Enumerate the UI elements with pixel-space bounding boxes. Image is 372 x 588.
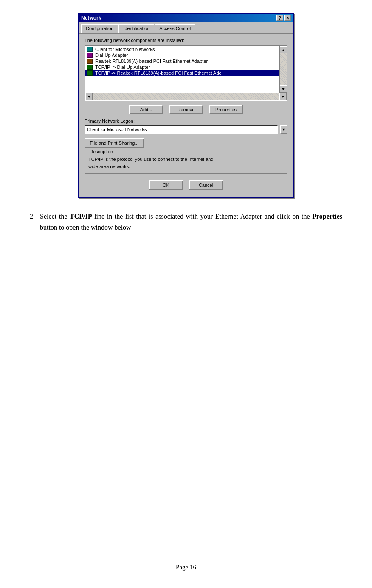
instruction-text: Select the TCP/IP line in the list that … <box>40 211 342 233</box>
installed-label: The following network components are ins… <box>85 38 287 43</box>
components-listbox[interactable]: Client for Microsoft Networks Dial-Up Ad… <box>85 45 287 101</box>
close-button[interactable]: ✕ <box>284 15 291 21</box>
scroll-track[interactable] <box>280 53 287 85</box>
realtek-icon <box>87 59 93 64</box>
cancel-button[interactable]: Cancel <box>189 180 223 190</box>
scroll-right-arrow[interactable]: ► <box>279 93 287 100</box>
file-sharing-button[interactable]: File and Print Sharing... <box>85 138 144 148</box>
document-body: 2. Select the TCP/IP line in the list th… <box>25 211 347 238</box>
list-item[interactable]: TCP/IP -> Dial-Up Adapter <box>85 64 279 70</box>
list-item[interactable]: Dial-Up Adapter <box>85 52 279 58</box>
logon-dropdown-row: Client for Microsoft Networks ▼ <box>85 125 287 134</box>
page-footer: - Page 16 - <box>25 547 347 571</box>
footer-text: - Page 16 - <box>172 564 200 571</box>
tab-access-control[interactable]: Access Control <box>155 24 195 33</box>
vertical-scrollbar[interactable]: ▲ ▼ <box>279 46 287 93</box>
logon-value: Client for Microsoft Networks <box>87 127 147 132</box>
dialup-icon <box>87 53 93 58</box>
list-item-label: Client for Microsoft Networks <box>95 47 155 52</box>
list-item-selected[interactable]: TCP/IP -> Realtek RTL8139(A)-based PCI F… <box>85 70 279 76</box>
list-item[interactable]: Realtek RTL8139(A)-based PCI Fast Ethern… <box>85 58 279 64</box>
description-text: TCP/IP is the protocol you use to connec… <box>88 156 284 170</box>
properties-bold: Properties <box>312 213 342 220</box>
remove-button[interactable]: Remove <box>169 105 203 114</box>
instruction-item: 2. Select the TCP/IP line in the list th… <box>30 211 342 233</box>
properties-button[interactable]: Properties <box>209 105 243 114</box>
add-button[interactable]: Add... <box>129 105 163 114</box>
description-groupbox: Description TCP/IP is the protocol you u… <box>85 152 287 174</box>
logon-label: Primary Network Logon: <box>85 118 287 124</box>
scroll-down-arrow[interactable]: ▼ <box>280 85 287 93</box>
groupbox-title: Description <box>88 149 114 154</box>
tcpip-icon <box>87 65 93 70</box>
listbox-items-area: Client for Microsoft Networks Dial-Up Ad… <box>85 46 287 93</box>
hscroll-track[interactable] <box>93 93 279 100</box>
list-item-label: TCP/IP -> Dial-Up Adapter <box>95 65 150 70</box>
tcpip2-icon <box>87 70 93 76</box>
titlebar-buttons: ? ✕ <box>276 15 291 21</box>
logon-dropdown[interactable]: Client for Microsoft Networks <box>85 125 278 134</box>
network-dialog: Network ? ✕ Configuration Identification… <box>78 13 294 198</box>
action-buttons-row: Add... Remove Properties <box>85 105 287 114</box>
client-icon <box>87 47 93 52</box>
ok-button[interactable]: OK <box>149 180 183 190</box>
list-item[interactable]: Client for Microsoft Networks <box>85 46 279 52</box>
tab-bar: Configuration Identification Access Cont… <box>79 22 293 34</box>
titlebar: Network ? ✕ <box>79 14 293 22</box>
tab-identification[interactable]: Identification <box>118 24 154 33</box>
titlebar-title: Network <box>81 15 101 21</box>
list-item-label: TCP/IP -> Realtek RTL8139(A)-based PCI F… <box>95 70 222 76</box>
tcpip-bold: TCP/IP <box>70 213 92 220</box>
help-button[interactable]: ? <box>276 15 283 21</box>
dialog-content: The following network components are ins… <box>79 34 293 197</box>
horizontal-scrollbar[interactable]: ◄ ► <box>85 93 287 100</box>
list-item-label: Realtek RTL8139(A)-based PCI Fast Ethern… <box>95 59 208 64</box>
dropdown-arrow-icon[interactable]: ▼ <box>280 125 287 134</box>
tab-configuration[interactable]: Configuration <box>81 24 118 33</box>
scroll-left-arrow[interactable]: ◄ <box>85 93 93 100</box>
ok-cancel-row: OK Cancel <box>85 178 287 191</box>
list-item-label: Dial-Up Adapter <box>95 53 128 58</box>
item-number: 2. <box>30 211 35 233</box>
listbox-inner: Client for Microsoft Networks Dial-Up Ad… <box>85 46 279 93</box>
scroll-up-arrow[interactable]: ▲ <box>280 46 287 53</box>
